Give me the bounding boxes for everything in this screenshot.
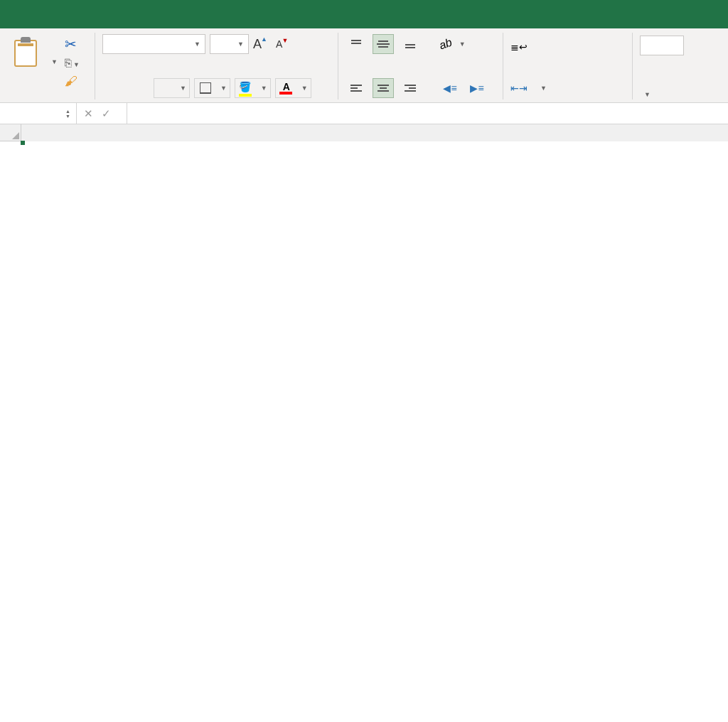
paste-dropdown[interactable]: ▼ bbox=[51, 58, 58, 65]
number-format-combo[interactable] bbox=[640, 36, 684, 55]
ribbon: ▼ ✂ ⎘▼ 🖌 ▼ ▼ A▲ A▼ ▼ ▼ 🪣▼ A▼ bbox=[0, 28, 728, 103]
cancel-icon[interactable]: ✕ bbox=[84, 107, 93, 120]
wrap-group: ≣↩ ⇤⇥ ▼ bbox=[505, 33, 633, 99]
formula-bar: ▲▼ ✕ ✓ bbox=[0, 103, 728, 124]
wrap-text-icon: ≣↩ bbox=[510, 41, 528, 53]
underline-button[interactable]: ▼ bbox=[154, 78, 190, 98]
format-painter-icon[interactable]: 🖌 bbox=[65, 74, 80, 89]
merge-center-icon: ⇤⇥ bbox=[510, 82, 528, 94]
font-color-icon: A bbox=[279, 82, 294, 92]
paste-button[interactable] bbox=[9, 34, 43, 74]
accounting-format-button[interactable]: ▼ bbox=[640, 91, 678, 98]
wrap-text-button[interactable]: ≣↩ bbox=[510, 37, 626, 57]
orientation-button[interactable]: ab▼ bbox=[439, 34, 469, 54]
copy-icon: ⎘ bbox=[65, 57, 72, 69]
font-color-button[interactable]: A▼ bbox=[275, 78, 311, 98]
increase-indent-button[interactable]: ▶≡ bbox=[466, 78, 488, 98]
fill-bucket-icon: 🪣 bbox=[239, 81, 251, 92]
clipboard-group: ▼ ✂ ⎘▼ 🖌 bbox=[3, 33, 95, 99]
enter-icon[interactable]: ✓ bbox=[102, 107, 111, 120]
align-bottom-button[interactable] bbox=[400, 34, 421, 54]
name-box[interactable]: ▲▼ bbox=[0, 103, 77, 124]
font-size-combo[interactable]: ▼ bbox=[210, 34, 249, 54]
shrink-font-icon[interactable]: A▼ bbox=[276, 38, 282, 50]
orientation-icon: ab bbox=[437, 36, 454, 52]
font-name-combo[interactable]: ▼ bbox=[102, 34, 205, 54]
formula-input[interactable] bbox=[127, 103, 728, 124]
align-center-button[interactable] bbox=[373, 78, 394, 98]
border-icon bbox=[200, 82, 211, 94]
spreadsheet-grid bbox=[0, 124, 728, 141]
ribbon-tab-bar bbox=[0, 0, 728, 28]
spin-down-icon[interactable]: ▼ bbox=[65, 114, 70, 119]
italic-button[interactable] bbox=[128, 78, 149, 98]
clipboard-icon bbox=[11, 37, 40, 68]
align-right-button[interactable] bbox=[400, 78, 421, 98]
number-group: ▼ bbox=[634, 33, 684, 99]
spin-up-icon[interactable]: ▲ bbox=[65, 109, 70, 114]
align-left-button[interactable] bbox=[346, 78, 367, 98]
font-group: ▼ ▼ A▲ A▼ ▼ ▼ 🪣▼ A▼ bbox=[97, 33, 338, 99]
grow-font-icon[interactable]: A▲ bbox=[253, 37, 262, 52]
fill-color-button[interactable]: 🪣▼ bbox=[235, 78, 271, 98]
copy-button[interactable]: ⎘▼ bbox=[65, 57, 80, 70]
select-all-corner[interactable] bbox=[0, 124, 21, 141]
border-button[interactable]: ▼ bbox=[194, 78, 230, 98]
align-middle-button[interactable] bbox=[373, 34, 394, 54]
active-cell-cursor bbox=[21, 141, 24, 144]
merge-center-button[interactable]: ⇤⇥ ▼ bbox=[510, 78, 626, 98]
alignment-group: ab▼ ◀≡ ▶≡ bbox=[340, 33, 503, 99]
align-top-button[interactable] bbox=[346, 34, 367, 54]
cut-icon[interactable]: ✂ bbox=[65, 36, 80, 53]
bold-button[interactable] bbox=[102, 78, 124, 98]
decrease-indent-button[interactable]: ◀≡ bbox=[439, 78, 461, 98]
